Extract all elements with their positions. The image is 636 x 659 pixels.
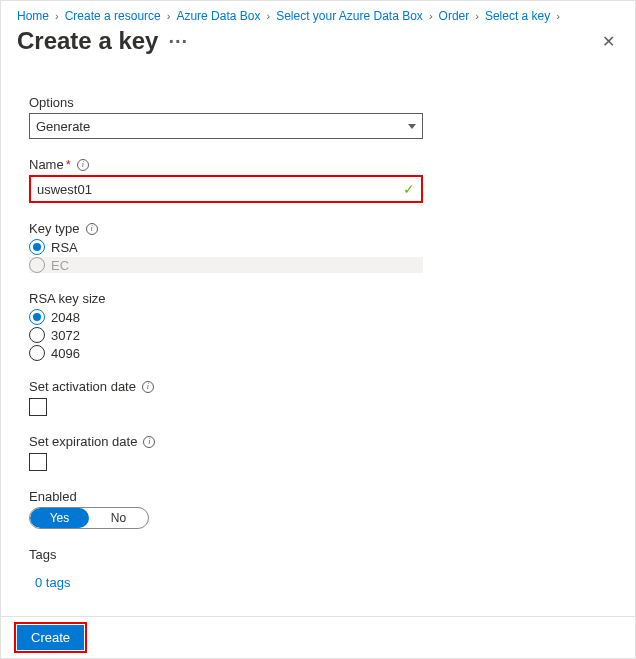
options-value: Generate bbox=[36, 119, 90, 134]
breadcrumb-create-resource[interactable]: Create a resource bbox=[65, 9, 161, 23]
name-label: Name bbox=[29, 157, 64, 172]
name-value: uswest01 bbox=[37, 182, 92, 197]
expiration-checkbox[interactable] bbox=[29, 453, 47, 471]
footer: Create bbox=[1, 616, 635, 658]
enabled-no: No bbox=[89, 508, 148, 528]
page-title: Create a key bbox=[17, 27, 158, 55]
chevron-down-icon bbox=[408, 124, 416, 129]
info-icon[interactable]: i bbox=[86, 223, 98, 235]
chevron-right-icon: › bbox=[556, 10, 560, 22]
close-button[interactable]: ✕ bbox=[598, 28, 619, 55]
keytype-rsa-label: RSA bbox=[51, 240, 78, 255]
keysize-2048-radio[interactable] bbox=[29, 309, 45, 325]
tags-label: Tags bbox=[29, 547, 56, 562]
info-icon[interactable]: i bbox=[142, 381, 154, 393]
tags-link[interactable]: 0 tags bbox=[35, 575, 70, 590]
chevron-right-icon: › bbox=[429, 10, 433, 22]
form-body: Options Generate Name * i uswest01 ✓ Key… bbox=[1, 65, 451, 590]
chevron-right-icon: › bbox=[475, 10, 479, 22]
info-icon[interactable]: i bbox=[143, 436, 155, 448]
breadcrumb-select-key[interactable]: Select a key bbox=[485, 9, 550, 23]
name-input[interactable]: uswest01 ✓ bbox=[29, 175, 423, 203]
breadcrumb-select-data-box[interactable]: Select your Azure Data Box bbox=[276, 9, 423, 23]
chevron-right-icon: › bbox=[266, 10, 270, 22]
breadcrumb: Home › Create a resource › Azure Data Bo… bbox=[1, 1, 635, 25]
activation-label: Set activation date bbox=[29, 379, 136, 394]
keysize-4096-label: 4096 bbox=[51, 346, 80, 361]
keysize-4096-radio[interactable] bbox=[29, 345, 45, 361]
keysize-2048-label: 2048 bbox=[51, 310, 80, 325]
keysize-label: RSA key size bbox=[29, 291, 106, 306]
keysize-3072-radio[interactable] bbox=[29, 327, 45, 343]
enabled-label: Enabled bbox=[29, 489, 77, 504]
keytype-ec-label: EC bbox=[51, 258, 69, 273]
keysize-3072-label: 3072 bbox=[51, 328, 80, 343]
enabled-toggle[interactable]: Yes No bbox=[29, 507, 149, 529]
enabled-yes: Yes bbox=[30, 508, 89, 528]
info-icon[interactable]: i bbox=[77, 159, 89, 171]
more-icon[interactable]: ··· bbox=[168, 30, 188, 53]
options-select[interactable]: Generate bbox=[29, 113, 423, 139]
chevron-right-icon: › bbox=[55, 10, 59, 22]
breadcrumb-home[interactable]: Home bbox=[17, 9, 49, 23]
keytype-rsa-radio[interactable] bbox=[29, 239, 45, 255]
expiration-label: Set expiration date bbox=[29, 434, 137, 449]
keytype-ec-radio bbox=[29, 257, 45, 273]
keytype-label: Key type bbox=[29, 221, 80, 236]
breadcrumb-order[interactable]: Order bbox=[439, 9, 470, 23]
create-button[interactable]: Create bbox=[17, 625, 84, 650]
check-icon: ✓ bbox=[403, 181, 415, 197]
activation-checkbox[interactable] bbox=[29, 398, 47, 416]
required-asterisk: * bbox=[66, 157, 71, 172]
options-label: Options bbox=[29, 95, 74, 110]
chevron-right-icon: › bbox=[167, 10, 171, 22]
breadcrumb-azure-data-box[interactable]: Azure Data Box bbox=[176, 9, 260, 23]
